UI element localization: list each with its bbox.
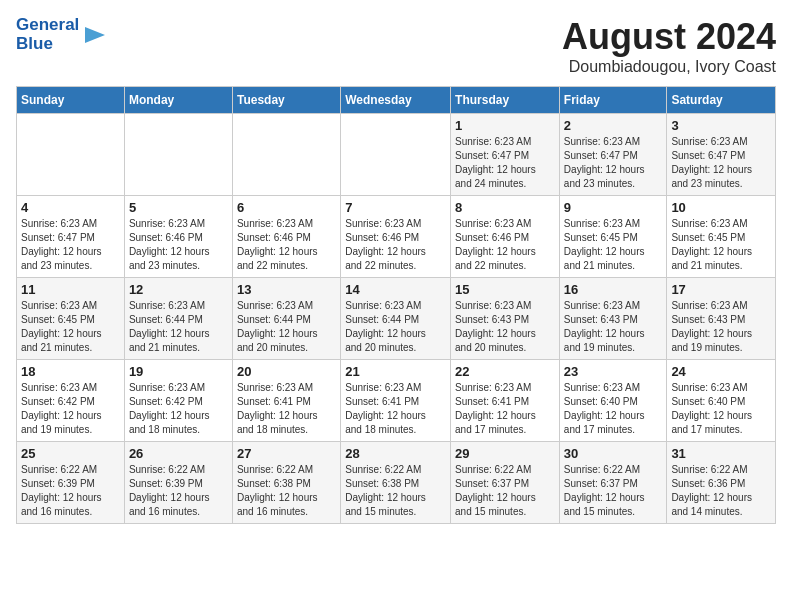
day-number: 29 [455, 446, 555, 461]
day-info: Sunrise: 6:23 AM Sunset: 6:42 PM Dayligh… [129, 381, 228, 437]
day-number: 23 [564, 364, 663, 379]
day-number: 3 [671, 118, 771, 133]
day-info: Sunrise: 6:23 AM Sunset: 6:43 PM Dayligh… [564, 299, 663, 355]
day-number: 31 [671, 446, 771, 461]
weekday-header-friday: Friday [559, 87, 667, 114]
weekday-header-sunday: Sunday [17, 87, 125, 114]
day-info: Sunrise: 6:22 AM Sunset: 6:39 PM Dayligh… [129, 463, 228, 519]
day-number: 10 [671, 200, 771, 215]
calendar-cell [341, 114, 451, 196]
weekday-header-thursday: Thursday [451, 87, 560, 114]
calendar-cell: 13Sunrise: 6:23 AM Sunset: 6:44 PM Dayli… [232, 278, 340, 360]
calendar-cell [124, 114, 232, 196]
day-number: 17 [671, 282, 771, 297]
day-info: Sunrise: 6:23 AM Sunset: 6:45 PM Dayligh… [564, 217, 663, 273]
day-number: 4 [21, 200, 120, 215]
day-number: 15 [455, 282, 555, 297]
main-title: August 2024 [562, 16, 776, 58]
calendar-cell: 28Sunrise: 6:22 AM Sunset: 6:38 PM Dayli… [341, 442, 451, 524]
calendar-week-2: 4Sunrise: 6:23 AM Sunset: 6:47 PM Daylig… [17, 196, 776, 278]
calendar-cell: 19Sunrise: 6:23 AM Sunset: 6:42 PM Dayli… [124, 360, 232, 442]
calendar-cell: 11Sunrise: 6:23 AM Sunset: 6:45 PM Dayli… [17, 278, 125, 360]
day-info: Sunrise: 6:23 AM Sunset: 6:46 PM Dayligh… [237, 217, 336, 273]
day-number: 8 [455, 200, 555, 215]
calendar-cell: 1Sunrise: 6:23 AM Sunset: 6:47 PM Daylig… [451, 114, 560, 196]
calendar-cell: 14Sunrise: 6:23 AM Sunset: 6:44 PM Dayli… [341, 278, 451, 360]
day-info: Sunrise: 6:23 AM Sunset: 6:40 PM Dayligh… [564, 381, 663, 437]
day-info: Sunrise: 6:23 AM Sunset: 6:45 PM Dayligh… [671, 217, 771, 273]
day-number: 20 [237, 364, 336, 379]
day-info: Sunrise: 6:23 AM Sunset: 6:42 PM Dayligh… [21, 381, 120, 437]
day-info: Sunrise: 6:23 AM Sunset: 6:41 PM Dayligh… [345, 381, 446, 437]
calendar-cell: 25Sunrise: 6:22 AM Sunset: 6:39 PM Dayli… [17, 442, 125, 524]
day-number: 28 [345, 446, 446, 461]
header: General Blue August 2024 Doumbiadougou, … [16, 16, 776, 76]
calendar-cell: 5Sunrise: 6:23 AM Sunset: 6:46 PM Daylig… [124, 196, 232, 278]
day-info: Sunrise: 6:22 AM Sunset: 6:37 PM Dayligh… [564, 463, 663, 519]
day-info: Sunrise: 6:23 AM Sunset: 6:45 PM Dayligh… [21, 299, 120, 355]
calendar-cell [17, 114, 125, 196]
calendar-table: SundayMondayTuesdayWednesdayThursdayFrid… [16, 86, 776, 524]
day-number: 5 [129, 200, 228, 215]
weekday-header-tuesday: Tuesday [232, 87, 340, 114]
day-number: 25 [21, 446, 120, 461]
calendar-cell: 23Sunrise: 6:23 AM Sunset: 6:40 PM Dayli… [559, 360, 667, 442]
calendar-cell: 15Sunrise: 6:23 AM Sunset: 6:43 PM Dayli… [451, 278, 560, 360]
weekday-header-monday: Monday [124, 87, 232, 114]
svg-marker-0 [85, 27, 105, 43]
calendar-week-5: 25Sunrise: 6:22 AM Sunset: 6:39 PM Dayli… [17, 442, 776, 524]
day-number: 22 [455, 364, 555, 379]
calendar-cell: 16Sunrise: 6:23 AM Sunset: 6:43 PM Dayli… [559, 278, 667, 360]
calendar-cell: 27Sunrise: 6:22 AM Sunset: 6:38 PM Dayli… [232, 442, 340, 524]
day-number: 24 [671, 364, 771, 379]
day-number: 2 [564, 118, 663, 133]
day-number: 7 [345, 200, 446, 215]
day-info: Sunrise: 6:23 AM Sunset: 6:46 PM Dayligh… [455, 217, 555, 273]
day-info: Sunrise: 6:23 AM Sunset: 6:41 PM Dayligh… [237, 381, 336, 437]
calendar-week-3: 11Sunrise: 6:23 AM Sunset: 6:45 PM Dayli… [17, 278, 776, 360]
day-info: Sunrise: 6:23 AM Sunset: 6:47 PM Dayligh… [671, 135, 771, 191]
day-info: Sunrise: 6:22 AM Sunset: 6:37 PM Dayligh… [455, 463, 555, 519]
day-info: Sunrise: 6:23 AM Sunset: 6:44 PM Dayligh… [237, 299, 336, 355]
calendar-cell: 9Sunrise: 6:23 AM Sunset: 6:45 PM Daylig… [559, 196, 667, 278]
day-info: Sunrise: 6:23 AM Sunset: 6:41 PM Dayligh… [455, 381, 555, 437]
day-number: 18 [21, 364, 120, 379]
day-number: 27 [237, 446, 336, 461]
calendar-cell: 24Sunrise: 6:23 AM Sunset: 6:40 PM Dayli… [667, 360, 776, 442]
weekday-header-wednesday: Wednesday [341, 87, 451, 114]
calendar-cell: 26Sunrise: 6:22 AM Sunset: 6:39 PM Dayli… [124, 442, 232, 524]
day-number: 21 [345, 364, 446, 379]
day-number: 26 [129, 446, 228, 461]
logo: General Blue [16, 16, 105, 53]
day-number: 12 [129, 282, 228, 297]
day-info: Sunrise: 6:23 AM Sunset: 6:40 PM Dayligh… [671, 381, 771, 437]
day-info: Sunrise: 6:23 AM Sunset: 6:44 PM Dayligh… [345, 299, 446, 355]
day-number: 6 [237, 200, 336, 215]
calendar-cell: 29Sunrise: 6:22 AM Sunset: 6:37 PM Dayli… [451, 442, 560, 524]
title-area: August 2024 Doumbiadougou, Ivory Coast [562, 16, 776, 76]
calendar-week-1: 1Sunrise: 6:23 AM Sunset: 6:47 PM Daylig… [17, 114, 776, 196]
calendar-cell: 31Sunrise: 6:22 AM Sunset: 6:36 PM Dayli… [667, 442, 776, 524]
calendar-cell: 4Sunrise: 6:23 AM Sunset: 6:47 PM Daylig… [17, 196, 125, 278]
calendar-cell: 30Sunrise: 6:22 AM Sunset: 6:37 PM Dayli… [559, 442, 667, 524]
calendar-cell: 2Sunrise: 6:23 AM Sunset: 6:47 PM Daylig… [559, 114, 667, 196]
calendar-cell: 7Sunrise: 6:23 AM Sunset: 6:46 PM Daylig… [341, 196, 451, 278]
day-number: 30 [564, 446, 663, 461]
weekday-header-saturday: Saturday [667, 87, 776, 114]
day-info: Sunrise: 6:23 AM Sunset: 6:47 PM Dayligh… [564, 135, 663, 191]
day-info: Sunrise: 6:23 AM Sunset: 6:47 PM Dayligh… [455, 135, 555, 191]
day-info: Sunrise: 6:22 AM Sunset: 6:38 PM Dayligh… [237, 463, 336, 519]
day-info: Sunrise: 6:23 AM Sunset: 6:44 PM Dayligh… [129, 299, 228, 355]
day-number: 1 [455, 118, 555, 133]
calendar-cell: 18Sunrise: 6:23 AM Sunset: 6:42 PM Dayli… [17, 360, 125, 442]
calendar-cell: 21Sunrise: 6:23 AM Sunset: 6:41 PM Dayli… [341, 360, 451, 442]
day-number: 13 [237, 282, 336, 297]
calendar-cell: 22Sunrise: 6:23 AM Sunset: 6:41 PM Dayli… [451, 360, 560, 442]
weekday-header-row: SundayMondayTuesdayWednesdayThursdayFrid… [17, 87, 776, 114]
calendar-cell: 17Sunrise: 6:23 AM Sunset: 6:43 PM Dayli… [667, 278, 776, 360]
day-info: Sunrise: 6:23 AM Sunset: 6:46 PM Dayligh… [129, 217, 228, 273]
calendar-week-4: 18Sunrise: 6:23 AM Sunset: 6:42 PM Dayli… [17, 360, 776, 442]
day-info: Sunrise: 6:23 AM Sunset: 6:43 PM Dayligh… [671, 299, 771, 355]
day-info: Sunrise: 6:22 AM Sunset: 6:39 PM Dayligh… [21, 463, 120, 519]
subtitle: Doumbiadougou, Ivory Coast [562, 58, 776, 76]
